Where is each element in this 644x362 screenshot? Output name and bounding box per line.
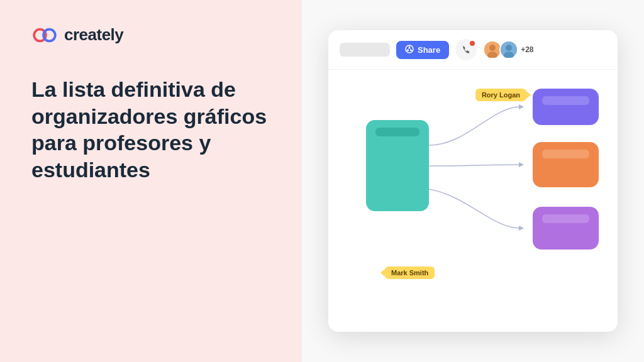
share-icon: [405, 45, 414, 55]
creately-logo-icon: [31, 26, 58, 44]
svg-point-4: [407, 49, 409, 51]
card-main-bar: [375, 128, 419, 136]
diagram-area: Rory Logan Mark Smith: [328, 70, 618, 332]
card-top-bar: [542, 96, 589, 105]
card-top: [533, 89, 599, 125]
card-bot: [533, 207, 599, 250]
toolbar-placeholder: [340, 43, 390, 57]
svg-point-5: [410, 49, 412, 51]
right-panel: Share: [302, 0, 644, 362]
toolbar: Share: [328, 30, 618, 70]
avatar-2: [499, 40, 518, 59]
mockup-window: Share: [328, 30, 618, 332]
left-panel: creately La lista definitiva de organiza…: [0, 0, 302, 362]
label-mark-smith: Mark Smith: [385, 266, 435, 279]
card-mid: [533, 142, 599, 187]
svg-point-9: [489, 45, 496, 51]
svg-marker-14: [519, 104, 524, 109]
svg-marker-16: [519, 226, 524, 231]
svg-marker-15: [519, 162, 524, 167]
logo-area: creately: [31, 25, 270, 45]
card-bot-bar: [542, 214, 589, 223]
avatars-plus-count: +28: [521, 45, 533, 54]
svg-line-6: [408, 48, 410, 49]
share-button[interactable]: Share: [396, 41, 449, 59]
avatars-group: +28: [483, 40, 533, 59]
share-label: Share: [418, 45, 440, 55]
svg-point-3: [409, 46, 411, 48]
call-active-dot: [470, 41, 475, 46]
page-headline: La lista definitiva de organizadores grá…: [31, 76, 270, 183]
call-button[interactable]: [455, 39, 477, 60]
card-mid-bar: [542, 150, 589, 158]
card-main: [366, 120, 429, 211]
logo-text: creately: [64, 25, 123, 45]
svg-line-7: [409, 48, 411, 49]
svg-point-12: [506, 45, 512, 51]
label-rory-logan: Rory Logan: [475, 89, 526, 101]
